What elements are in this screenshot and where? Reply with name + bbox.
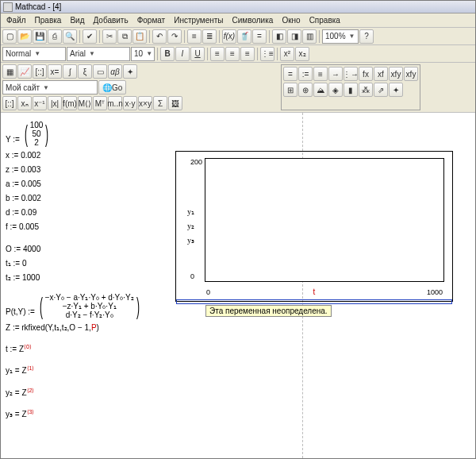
- style-combo[interactable]: Normal▼: [2, 47, 66, 61]
- bold-icon[interactable]: B: [160, 47, 175, 61]
- font-combo[interactable]: Arial▼: [67, 47, 130, 61]
- function-icon[interactable]: f(x): [222, 29, 236, 44]
- range-icon[interactable]: m..n: [108, 96, 122, 110]
- inverse-icon[interactable]: x⁻¹: [33, 96, 47, 110]
- y-trace-1[interactable]: y₁: [187, 207, 194, 216]
- magnitude-icon[interactable]: |x|: [48, 96, 62, 110]
- symkey-icon[interactable]: ⋮→: [344, 67, 358, 81]
- selection-handle[interactable]: [176, 299, 452, 304]
- y3-assign[interactable]: y₃ = Z⟨3⟩: [6, 408, 140, 420]
- def-t2[interactable]: t₂ := 1000: [6, 272, 140, 284]
- sum-icon[interactable]: Σ: [153, 96, 167, 110]
- def-f[interactable]: f := 0.005: [6, 222, 140, 233]
- def-x[interactable]: x := 0.002: [6, 150, 140, 161]
- vectorize-icon[interactable]: f(m): [63, 96, 77, 110]
- italic-icon[interactable]: I: [175, 47, 190, 61]
- menu-file[interactable]: Файл: [2, 15, 30, 25]
- picture-icon[interactable]: 🖼: [168, 96, 182, 110]
- def-t1[interactable]: t₁ := 0: [6, 258, 140, 269]
- cross-icon[interactable]: x×y: [138, 96, 152, 110]
- y2-assign[interactable]: y₂ = Z⟨2⟩: [6, 387, 140, 399]
- equal-icon[interactable]: =: [283, 67, 298, 81]
- size-combo[interactable]: 10▼: [131, 47, 155, 61]
- xfy-icon[interactable]: xfy: [389, 67, 403, 81]
- calculator-icon[interactable]: ▦: [2, 64, 17, 79]
- y1-assign[interactable]: y₁ = Z⟨1⟩: [6, 364, 140, 376]
- align-icon[interactable]: ≡: [187, 29, 202, 44]
- Z-definition[interactable]: Z := rkfixed(Y,t₁,t₂,O − 1,P): [6, 322, 140, 334]
- transpose-icon[interactable]: Mᵀ: [93, 96, 107, 110]
- calculus-icon[interactable]: ∫: [63, 64, 77, 79]
- align-right-icon[interactable]: ≡: [240, 47, 255, 61]
- align-left-icon[interactable]: ≡: [210, 47, 225, 61]
- assign-icon[interactable]: :=: [298, 67, 313, 81]
- matrix-icon[interactable]: [::]: [33, 64, 47, 79]
- vector-plot-icon[interactable]: ⇗: [374, 83, 388, 97]
- y-trace-3[interactable]: y₃: [187, 236, 194, 245]
- component3-icon[interactable]: ▥: [302, 29, 317, 44]
- menu-symbolic[interactable]: Символика: [228, 15, 278, 25]
- scatter3d-icon[interactable]: ⁂: [359, 83, 373, 97]
- x-axis-var[interactable]: t: [313, 287, 316, 296]
- 3dbar-icon[interactable]: ▮: [344, 83, 358, 97]
- go-button[interactable]: 🌐 Go: [98, 80, 126, 94]
- save-icon[interactable]: 💾: [33, 29, 47, 44]
- global-icon[interactable]: ≡: [313, 67, 328, 81]
- polar-plot-icon[interactable]: ⊕: [298, 83, 313, 97]
- redo-icon[interactable]: ↷: [167, 29, 182, 44]
- def-z[interactable]: z := 0.003: [6, 164, 140, 176]
- symbolic-icon[interactable]: ✦: [123, 64, 137, 79]
- new-icon[interactable]: ▢: [2, 29, 17, 44]
- dot-icon[interactable]: x·y: [123, 96, 137, 110]
- subscript-tool-icon[interactable]: xₙ: [17, 96, 32, 110]
- unit-icon[interactable]: 🥤: [237, 29, 251, 44]
- def-d[interactable]: d := 0.09: [6, 207, 140, 218]
- preview-icon[interactable]: 🔍: [63, 29, 77, 44]
- xy-plot-icon[interactable]: ⊞: [283, 83, 298, 97]
- cut-icon[interactable]: ✂: [102, 29, 117, 44]
- P-definition[interactable]: P(t,Y) := ( −x·Y₀ − a·Y₁·Y₀ + d·Y₀·Y₂ −z…: [6, 293, 140, 319]
- symeval-icon[interactable]: →: [328, 67, 343, 81]
- align2-icon[interactable]: ≣: [202, 29, 217, 44]
- t-assign[interactable]: t := Z⟨0⟩: [6, 343, 140, 355]
- contour-plot-icon[interactable]: ◈: [328, 83, 343, 97]
- eval-icon[interactable]: x=: [48, 64, 62, 79]
- greek-icon[interactable]: αβ: [108, 64, 122, 79]
- spellcheck-icon[interactable]: ✔: [83, 29, 97, 44]
- menu-insert[interactable]: Добавить: [89, 15, 132, 25]
- calc-icon[interactable]: =: [252, 29, 267, 44]
- xy-plot[interactable]: 200 y₁ y₂ y₃ 0 0 t 1000: [175, 151, 453, 302]
- matrix-tool-icon[interactable]: [::]: [2, 96, 17, 110]
- menu-window[interactable]: Окно: [278, 15, 304, 25]
- print-icon[interactable]: ⎙: [48, 29, 62, 44]
- graph-icon[interactable]: 📈: [17, 64, 32, 79]
- subscript-icon[interactable]: x₂: [295, 47, 309, 61]
- def-a[interactable]: a := 0.005: [6, 179, 140, 190]
- surface-plot-icon[interactable]: ⛰: [313, 83, 328, 97]
- xf-icon[interactable]: xf: [374, 67, 388, 81]
- align-center-icon[interactable]: ≡: [225, 47, 240, 61]
- document-area[interactable]: Y := ( 100 50 2 ) x := 0.002 z := 0.003 …: [1, 113, 475, 458]
- plot-wizard-icon[interactable]: ✦: [389, 83, 403, 97]
- open-icon[interactable]: 📂: [17, 29, 32, 44]
- underline-icon[interactable]: U: [190, 47, 205, 61]
- column-icon[interactable]: M⟨⟩: [78, 96, 92, 110]
- fx-icon[interactable]: fx: [359, 67, 373, 81]
- undo-icon[interactable]: ↶: [152, 29, 167, 44]
- menu-help[interactable]: Справка: [305, 15, 344, 25]
- math-region[interactable]: Y := ( 100 50 2 ) x := 0.002 z := 0.003 …: [6, 121, 140, 423]
- component2-icon[interactable]: ◨: [287, 29, 301, 44]
- boolean-icon[interactable]: ξ: [78, 64, 92, 79]
- superscript-icon[interactable]: x²: [280, 47, 294, 61]
- Y-definition[interactable]: Y := ( 100 50 2 ): [6, 121, 140, 147]
- def-b[interactable]: b := 0.002: [6, 193, 140, 204]
- help-icon[interactable]: ?: [359, 29, 374, 44]
- xfy2-icon[interactable]: xfy: [404, 67, 418, 81]
- component-icon[interactable]: ◧: [272, 29, 286, 44]
- programming-icon[interactable]: ▭: [93, 64, 107, 79]
- site-combo[interactable]: Мой сайт▼: [2, 80, 98, 94]
- zoom-combo[interactable]: 100%▼: [322, 29, 359, 44]
- paste-icon[interactable]: 📋: [132, 29, 147, 44]
- menu-format[interactable]: Формат: [133, 15, 170, 25]
- menu-view[interactable]: Вид: [66, 15, 88, 25]
